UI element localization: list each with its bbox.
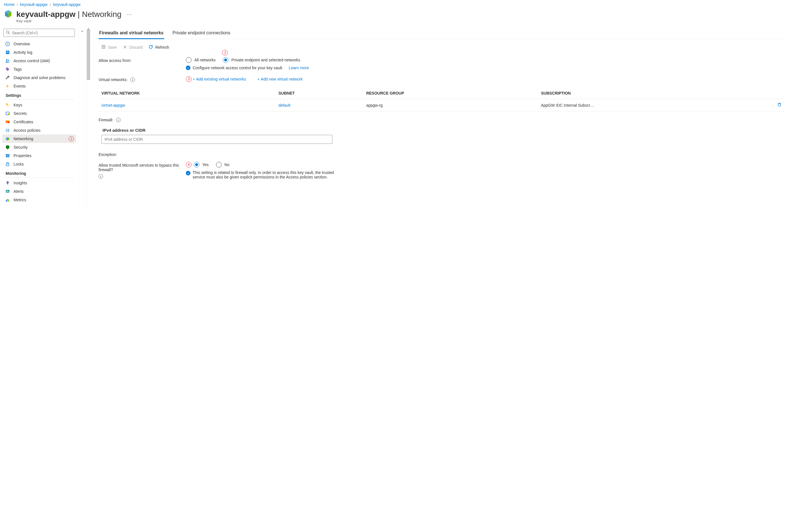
radio-private-endpoint[interactable]: 2 Private endpoint and selected networks <box>223 57 300 63</box>
vnet-label: Virtual networks: <box>98 77 128 82</box>
svg-rect-32 <box>6 191 7 192</box>
breadcrumb-l1[interactable]: keyvault-appgw <box>20 2 47 7</box>
exception-label: Exception: <box>98 144 784 159</box>
sidebar-item-events[interactable]: Events <box>2 82 76 90</box>
tab-firewalls[interactable]: Firewalls and virtual networks <box>98 28 164 39</box>
svg-rect-14 <box>7 104 9 107</box>
svg-rect-43 <box>778 103 781 106</box>
metrics-icon <box>5 197 10 202</box>
col-sub[interactable]: SUBSCRIPTION <box>538 88 774 99</box>
sidebar-item-networking[interactable]: Networking 1 <box>2 135 76 143</box>
vnet-row: Virtual networks: i 3 + Add existing vir… <box>98 74 784 86</box>
more-icon[interactable]: ⋯ <box>125 11 134 17</box>
cidr-header: IPv4 address or CIDR <box>98 125 784 135</box>
add-existing-vnet-link[interactable]: + Add existing virtual networks <box>192 77 246 81</box>
svg-rect-27 <box>8 154 9 157</box>
svg-point-18 <box>8 122 10 123</box>
sidebar-item-alerts[interactable]: Alerts <box>2 187 76 196</box>
radio-icon <box>216 162 222 168</box>
info-outline-icon[interactable]: i <box>116 118 121 122</box>
svg-rect-30 <box>7 184 8 184</box>
sidebar-item-label: Access policies <box>14 128 40 133</box>
allow-access-label: Allow access from: <box>98 57 186 63</box>
svg-point-12 <box>6 68 7 69</box>
secret-icon <box>5 111 10 116</box>
sidebar-item-label: Alerts <box>14 189 24 194</box>
sidebar-item-label: Insights <box>14 181 27 185</box>
sidebar-item-certs[interactable]: Certificates <box>2 118 76 126</box>
chevron-right-icon: › <box>50 2 51 6</box>
vnet-link[interactable]: virtnet-appgw <box>102 103 125 108</box>
svg-rect-26 <box>7 154 8 157</box>
sidebar-item-label: Properties <box>14 153 32 158</box>
lock-icon <box>5 162 10 166</box>
page-title-row: keyvault-appgw | Networking ⋯ <box>0 8 790 19</box>
sidebar-item-diagnose[interactable]: Diagnose and solve problems <box>2 74 76 82</box>
sidebar-group-monitoring: Monitoring <box>3 168 75 177</box>
svg-rect-36 <box>7 199 8 202</box>
tab-private-endpoint[interactable]: Private endpoint connections <box>172 28 231 39</box>
callout-1: 1 <box>69 136 74 141</box>
sidebar-item-keys[interactable]: Keys <box>2 101 76 109</box>
radio-yes[interactable]: Yes <box>194 162 209 168</box>
table-row: virtnet-appgw default appgw-rg AppGW IDC… <box>98 99 784 112</box>
people-icon <box>5 59 10 63</box>
sidebar-item-activity[interactable]: Activity log <box>2 48 76 57</box>
sidebar-item-tags[interactable]: Tags <box>2 65 76 74</box>
delete-icon[interactable] <box>777 103 782 108</box>
sidebar-item-security[interactable]: Security <box>2 143 76 151</box>
sidebar-item-overview[interactable]: Overview <box>2 40 76 48</box>
info-icon: i <box>186 171 190 175</box>
checklist-icon <box>5 128 10 133</box>
search-icon <box>6 31 10 35</box>
refresh-icon <box>149 45 153 50</box>
sidebar-item-properties[interactable]: Properties <box>2 151 76 160</box>
access-info: i Configure network access control for y… <box>186 63 784 70</box>
radio-no[interactable]: No <box>216 162 229 168</box>
sidebar-item-iam[interactable]: Access control (IAM) <box>2 57 76 65</box>
svg-rect-37 <box>8 199 9 202</box>
col-rg[interactable]: RESOURCE GROUP <box>363 88 538 99</box>
cidr-input[interactable] <box>102 135 332 144</box>
properties-icon <box>5 153 10 158</box>
save-button[interactable]: Save <box>102 45 117 50</box>
sidebar-item-insights[interactable]: Insights <box>2 179 76 187</box>
search-input[interactable] <box>12 31 72 35</box>
sidebar-item-locks[interactable]: Locks <box>2 160 76 168</box>
svg-point-10 <box>6 59 7 61</box>
firewall-label: Firewall: <box>98 118 113 122</box>
breadcrumb-l2[interactable]: keyvault-appgw <box>53 2 80 7</box>
sidebar-item-label: Diagnose and solve problems <box>14 75 65 80</box>
sidebar-item-secrets[interactable]: Secrets <box>2 109 76 118</box>
sidebar-item-label: Networking <box>14 136 33 141</box>
radio-icon <box>223 57 228 63</box>
content: Firewalls and virtual networks Private e… <box>91 26 790 207</box>
sidebar-item-access-policies[interactable]: Access policies <box>2 126 76 135</box>
firewall-label-row: Firewall: i <box>98 112 784 125</box>
bulb-icon <box>5 181 10 185</box>
discard-button[interactable]: Discard <box>123 45 143 50</box>
sidebar-search[interactable] <box>3 29 75 37</box>
col-subnet[interactable]: SUBNET <box>276 88 363 99</box>
network-icon <box>5 136 10 141</box>
collapse-sidebar[interactable]: « <box>78 26 86 207</box>
col-vnet[interactable]: VIRTUAL NETWORK <box>98 88 276 99</box>
svg-rect-8 <box>6 52 9 52</box>
resource-type-label: Key vault <box>0 19 790 23</box>
add-new-vnet-link[interactable]: + Add new virtual network <box>257 77 303 81</box>
scrollbar[interactable] <box>86 26 91 207</box>
breadcrumb: Home › keyvault-appgw › keyvault-appgw <box>0 0 790 8</box>
breadcrumb-home[interactable]: Home <box>4 2 14 7</box>
svg-rect-38 <box>102 45 105 49</box>
wrench-icon <box>5 75 10 80</box>
svg-rect-9 <box>6 52 9 53</box>
learn-more-link[interactable]: Learn more <box>289 65 309 70</box>
radio-all-networks[interactable]: All networks <box>186 57 216 63</box>
sidebar-item-label: Overview <box>14 42 30 46</box>
sidebar-item-metrics[interactable]: Metrics <box>2 196 76 204</box>
exception-row: Allow trusted Microsoft services to bypa… <box>98 159 784 183</box>
info-outline-icon[interactable]: i <box>130 77 135 82</box>
info-outline-icon[interactable]: i <box>98 174 103 179</box>
refresh-button[interactable]: Refresh <box>149 45 169 50</box>
subnet-link[interactable]: default <box>278 103 290 108</box>
